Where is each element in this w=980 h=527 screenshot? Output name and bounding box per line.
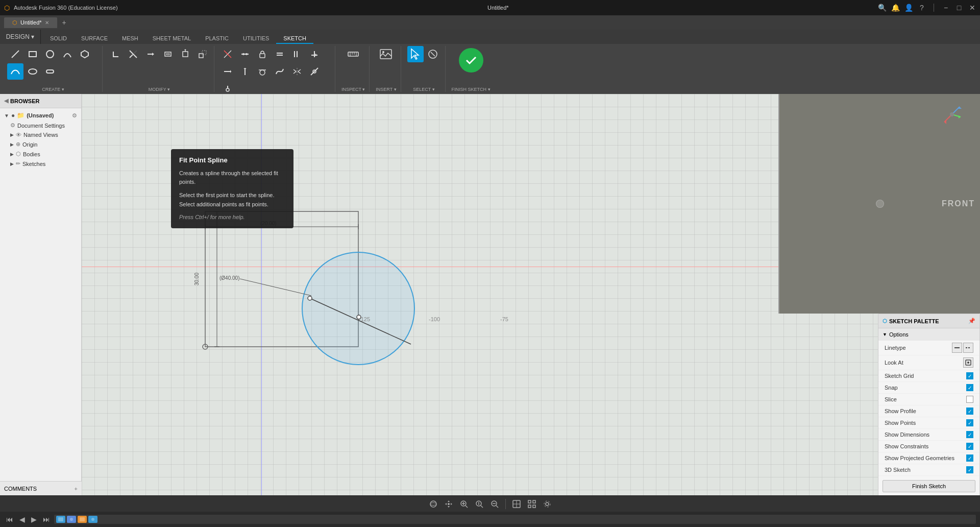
linetype-dashed-btn[interactable] — [963, 343, 973, 353]
perpendicular-constraint[interactable] — [306, 46, 323, 62]
browser-doc-settings[interactable]: ⚙ Document Settings — [0, 121, 81, 130]
svg-line-38 — [311, 68, 318, 75]
zoom-out-btn[interactable] — [488, 498, 501, 510]
symmetric-constraint[interactable] — [289, 63, 305, 80]
timeline-first-btn[interactable]: ⏮ — [4, 514, 15, 524]
tab-surface[interactable]: SURFACE — [74, 34, 115, 44]
showprofile-checkbox[interactable]: ✓ — [966, 408, 973, 415]
horizontal-constraint[interactable] — [219, 63, 236, 80]
parallel-constraint[interactable] — [289, 46, 305, 62]
design-dropdown[interactable]: DESIGN ▾ — [0, 30, 41, 44]
tab-plastic[interactable]: PLASTIC — [198, 34, 236, 44]
palette-options-header[interactable]: ▼ Options — [878, 328, 979, 341]
collinear-constraint[interactable] — [237, 46, 253, 62]
arc-tool[interactable] — [59, 46, 76, 62]
polygon-tool[interactable] — [77, 46, 93, 62]
notification-icon[interactable]: 🔔 — [892, 4, 899, 11]
new-tab-button[interactable]: + — [59, 17, 69, 28]
maximize-button[interactable]: □ — [955, 4, 963, 11]
ellipse-tool[interactable] — [24, 63, 41, 80]
zoom-fit-btn[interactable] — [457, 498, 471, 510]
profile-icon[interactable]: 👤 — [905, 4, 912, 11]
timeline-last-btn[interactable]: ⏭ — [41, 514, 52, 524]
zoom-in-btn[interactable] — [473, 498, 486, 510]
3d-viewport[interactable]: FRONT — [778, 94, 980, 314]
move-tool[interactable] — [177, 46, 193, 62]
pan-btn[interactable] — [442, 498, 455, 510]
palette-pin-icon[interactable]: 📌 — [968, 318, 975, 324]
document-tab[interactable]: ⬡ Untitled* ✕ — [4, 17, 57, 28]
insert-image-tool[interactable] — [378, 46, 394, 62]
tab-close-icon[interactable]: ✕ — [45, 20, 49, 26]
app-title: Autodesk Fusion 360 (Education License) — [14, 5, 118, 11]
canvas-area[interactable]: -100 -125 -75 (20.00) 30.00 (Ø40.00) Fit… — [82, 94, 980, 495]
tab-solid[interactable]: SOLID — [43, 34, 74, 44]
root-settings-icon[interactable]: ⚙ — [72, 112, 77, 119]
tab-sketch[interactable]: SKETCH — [276, 34, 313, 44]
browser-named-views[interactable]: ▶ 👁 Named Views — [0, 130, 81, 139]
timeline-marker-3[interactable] — [78, 516, 87, 523]
sketchgrid-checkbox[interactable]: ✓ — [966, 372, 973, 379]
select-tool[interactable] — [407, 46, 424, 62]
browser-origin[interactable]: ▶ ⊕ Origin — [0, 139, 81, 149]
tab-utilities[interactable]: UTILITIES — [236, 34, 276, 44]
fillet-tool[interactable] — [108, 46, 124, 62]
smooth-constraint[interactable] — [272, 63, 288, 80]
browser-sketches[interactable]: ▶ ✏ Sketches — [0, 159, 81, 169]
rectangle-tool[interactable] — [24, 46, 41, 62]
lookat-btn[interactable] — [963, 357, 973, 368]
scale-tool[interactable] — [194, 46, 211, 62]
timeline-prev-btn[interactable]: ◀ — [17, 514, 27, 524]
tangent-constraint[interactable] — [254, 63, 271, 80]
timeline-marker-2[interactable] — [67, 516, 76, 523]
settings-btn[interactable] — [541, 498, 554, 510]
tab-mesh[interactable]: MESH — [115, 34, 145, 44]
finish-sketch-tool[interactable] — [457, 46, 485, 75]
slice-checkbox[interactable] — [966, 396, 973, 403]
spline-tool[interactable] — [7, 63, 23, 80]
timeline-marker-1[interactable] — [56, 516, 65, 523]
visibility-icon[interactable]: ● — [11, 112, 15, 119]
3dsketch-checkbox[interactable]: ✓ — [966, 466, 973, 473]
timeline-track[interactable] — [54, 515, 976, 524]
linetype-solid-btn[interactable] — [952, 343, 962, 353]
finish-sketch-button[interactable]: Finish Sketch — [883, 480, 975, 492]
line-tool[interactable] — [7, 46, 23, 62]
timeline-marker-4[interactable] — [88, 516, 97, 523]
coincident-constraint[interactable] — [219, 46, 236, 62]
timeline-play-btn[interactable]: ▶ — [29, 514, 39, 524]
offset-tool[interactable] — [160, 46, 176, 62]
select-group: SELECT ▾ — [403, 46, 446, 92]
showpoints-checkbox[interactable]: ✓ — [966, 419, 973, 426]
showconstr-checkbox[interactable]: ✓ — [966, 443, 973, 450]
minimize-button[interactable]: − — [942, 4, 949, 11]
showproj-checkbox[interactable]: ✓ — [966, 454, 973, 462]
browser-header[interactable]: ◀ BROWSER — [0, 94, 81, 108]
extend-tool[interactable] — [142, 46, 159, 62]
vertical-constraint[interactable] — [237, 63, 253, 80]
orbit-btn[interactable] — [427, 498, 440, 510]
browser-title: BROWSER — [10, 98, 39, 104]
snap-checkbox[interactable]: ✓ — [966, 384, 973, 391]
tab-sheet-metal[interactable]: SHEET METAL — [145, 34, 198, 44]
lock-constraint[interactable] — [254, 46, 271, 62]
svg-rect-1 — [29, 52, 36, 57]
palette-showproj-row: Show Projected Geometries ✓ — [878, 452, 979, 464]
equal-constraint[interactable] — [272, 46, 288, 62]
browser-bodies[interactable]: ▶ ⬡ Bodies — [0, 149, 81, 159]
display-mode-btn[interactable] — [510, 498, 523, 510]
browser-root-item[interactable]: ▼ ● 📁 (Unsaved) ⚙ — [0, 110, 81, 121]
slot-tool[interactable] — [42, 63, 58, 80]
dim-label-diameter: (Ø40.00) — [219, 275, 239, 281]
grid-mode-btn[interactable] — [525, 498, 538, 510]
search-icon[interactable]: 🔍 — [878, 4, 886, 11]
circle-tool[interactable] — [42, 46, 58, 62]
trim-tool[interactable] — [125, 46, 141, 62]
help-icon[interactable]: ? — [918, 4, 925, 11]
comments-expand-icon[interactable]: + — [75, 486, 78, 492]
showdim-checkbox[interactable]: ✓ — [966, 431, 973, 438]
close-button[interactable]: ✕ — [969, 4, 976, 11]
select-filter-tool[interactable] — [425, 46, 441, 62]
midpoint-constraint[interactable] — [306, 63, 323, 80]
measure-tool[interactable] — [345, 46, 361, 62]
